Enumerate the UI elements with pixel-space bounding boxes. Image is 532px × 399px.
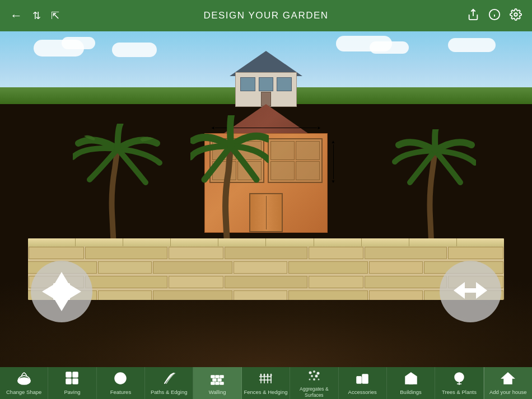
svg-marker-38 <box>260 373 262 375</box>
fences-icon <box>258 371 273 388</box>
nav-label-accessories: Accessories <box>348 389 377 395</box>
bg-house-window <box>240 77 255 91</box>
svg-point-43 <box>313 370 315 373</box>
svg-rect-55 <box>407 378 409 380</box>
nav-item-trees[interactable]: Trees & Plants <box>435 367 483 399</box>
svg-point-44 <box>316 372 319 375</box>
bg-house-windows <box>240 77 292 91</box>
nav-label-fences: Fences & Hedging <box>244 389 287 395</box>
cloud <box>448 38 496 52</box>
nav-item-paths[interactable]: Paths & Edging <box>145 367 193 399</box>
nav-item-paving[interactable]: Paving <box>48 367 96 399</box>
nav-label-features: Features <box>110 389 132 395</box>
paving-icon <box>65 371 80 388</box>
svg-rect-51 <box>362 374 368 383</box>
accessories-icon <box>355 371 370 388</box>
svg-marker-39 <box>263 373 265 375</box>
svg-rect-24 <box>211 375 214 378</box>
nav-item-aggregates[interactable]: Aggregates & Surfaces <box>290 367 338 399</box>
settings-icon[interactable] <box>510 8 522 23</box>
nav-label-buildings: Buildings <box>400 389 422 395</box>
svg-rect-9 <box>53 283 70 300</box>
features-icon <box>113 371 128 388</box>
paths-icon <box>162 371 176 388</box>
svg-rect-17 <box>73 379 78 384</box>
svg-marker-11 <box>476 282 487 299</box>
svg-rect-27 <box>213 379 216 381</box>
svg-point-57 <box>455 373 464 382</box>
info-icon[interactable] <box>488 8 501 23</box>
svg-marker-7 <box>42 285 53 298</box>
svg-point-13 <box>18 378 30 384</box>
aggregates-icon <box>307 368 321 385</box>
cloud <box>112 43 157 57</box>
garden-viewport[interactable]: ◄ ► ▲ ▼ <box>0 31 532 367</box>
svg-rect-56 <box>413 378 416 380</box>
wall-surface <box>28 238 504 300</box>
horizontal-arrow-icon <box>448 268 493 315</box>
svg-rect-26 <box>220 375 223 378</box>
svg-rect-25 <box>216 375 219 378</box>
svg-rect-31 <box>220 382 223 384</box>
svg-rect-29 <box>211 382 214 384</box>
nav-label-paving: Paving <box>64 389 81 395</box>
nav-item-add-house[interactable]: Add your house <box>484 367 532 399</box>
shed-window-right <box>268 138 323 183</box>
svg-marker-8 <box>70 285 81 298</box>
bg-house-body <box>235 72 297 107</box>
svg-marker-5 <box>55 272 68 283</box>
svg-point-46 <box>315 375 318 378</box>
nav-label-change-shape: Change Shape <box>6 389 41 395</box>
nav-label-add-house: Add your house <box>489 389 527 395</box>
header: ← ⇅ ⇱ DESIGN YOUR GARDEN <box>0 0 532 31</box>
page-title: DESIGN YOUR GARDEN <box>203 10 328 21</box>
buildings-icon <box>404 371 418 388</box>
svg-marker-41 <box>270 373 272 375</box>
svg-point-49 <box>318 379 319 381</box>
nav-item-walling[interactable]: Walling <box>193 367 241 399</box>
svg-point-48 <box>309 379 310 381</box>
back-icon[interactable]: ← <box>10 10 22 22</box>
cloud <box>370 41 409 54</box>
trees-icon <box>452 371 466 388</box>
share-icon[interactable] <box>467 8 479 23</box>
stone-wall <box>28 238 504 300</box>
header-right-controls <box>467 8 522 23</box>
nav-label-walling: Walling <box>209 389 226 395</box>
svg-point-45 <box>311 375 313 377</box>
svg-point-4 <box>514 13 517 16</box>
svg-rect-15 <box>73 372 78 377</box>
nav-label-trees: Trees & Plants <box>442 389 477 395</box>
background-house <box>230 51 302 107</box>
cloud <box>62 37 95 49</box>
cross-arrow-icon <box>39 269 84 314</box>
bottom-navigation: Change Shape Paving Features <box>0 367 532 399</box>
svg-marker-6 <box>55 300 68 311</box>
bg-house-window <box>259 77 274 91</box>
svg-point-47 <box>313 378 315 381</box>
undo-icon[interactable]: ⇅ <box>32 11 41 21</box>
expand-icon[interactable]: ⇱ <box>51 11 59 21</box>
nav-item-buildings[interactable]: Buildings <box>387 367 435 399</box>
svg-point-19 <box>118 375 123 381</box>
svg-rect-12 <box>464 288 477 293</box>
svg-rect-64 <box>507 376 509 378</box>
svg-marker-40 <box>267 373 269 375</box>
pan-control[interactable] <box>31 261 92 322</box>
nav-item-change-shape[interactable]: Change Shape <box>0 367 48 399</box>
nav-item-accessories[interactable]: Accessories <box>339 367 387 399</box>
nav-item-features[interactable]: Features <box>97 367 145 399</box>
svg-rect-50 <box>357 377 361 383</box>
walling-icon <box>210 371 225 388</box>
nav-label-aggregates: Aggregates & Surfaces <box>291 386 337 397</box>
svg-rect-28 <box>218 379 221 381</box>
svg-rect-14 <box>66 372 71 377</box>
add-house-icon <box>501 371 515 388</box>
horizontal-control[interactable] <box>440 261 501 322</box>
bg-house-window <box>277 77 292 91</box>
dimension-arrow-v: ▲ ▼ <box>329 139 337 184</box>
nav-item-fences[interactable]: Fences & Hedging <box>242 367 290 399</box>
svg-marker-10 <box>454 282 465 299</box>
svg-rect-30 <box>216 382 219 384</box>
nav-label-paths: Paths & Edging <box>151 389 188 395</box>
